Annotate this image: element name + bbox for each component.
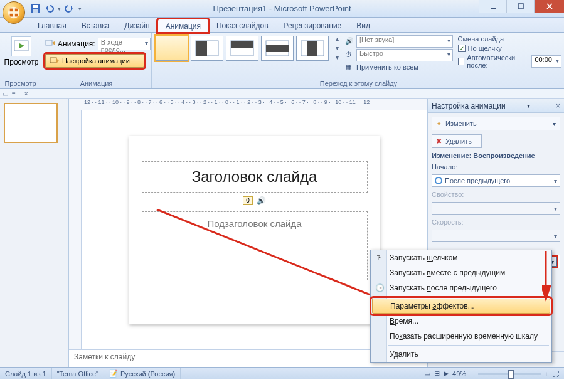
transition-2[interactable] [226,36,258,61]
slide: Заголовок слайда 0 🔊 Подзаголовок слайда [129,136,380,324]
tab-animation[interactable]: Анимация [157,19,209,33]
view-subbar: ▭ ≡ × [0,89,564,99]
transition-gallery[interactable]: ▴▾▾ [156,35,343,61]
tab-home[interactable]: Главная [30,19,74,32]
svg-rect-24 [307,41,317,56]
gallery-scroll[interactable]: ▴▾▾ [331,35,343,61]
taskpane-header: Настройка анимации ▾ × [428,99,564,113]
speed-dropdown[interactable]: Быстро [356,49,453,61]
tab-slideshow[interactable]: Показ слайдов [209,19,276,32]
clock-icon [435,177,442,184]
svg-rect-9 [518,4,523,9]
zoom-in-icon[interactable]: + [545,370,548,378]
cm-start-with-previous[interactable]: Запускать вместе с предыдущим [371,265,551,280]
view-slideshow-icon[interactable]: ▶ [444,369,449,378]
office-button[interactable] [3,1,25,24]
apply-all-label: Применить ко всем [356,63,418,71]
statusbar: Слайд 1 из 1 "Tema Office" 📝 Русский (Ро… [0,367,564,379]
tab-insert[interactable]: Вставка [74,19,117,32]
slides-tab-icon[interactable]: ▭ [3,90,8,97]
tab-review[interactable]: Рецензирование [276,19,349,32]
status-lang-text: Русский (Россия) [120,370,175,378]
svg-rect-2 [15,9,18,12]
save-icon[interactable] [30,4,40,14]
sound-dropdown[interactable]: [Нет звука] [356,35,453,48]
tab-design[interactable]: Дизайн [117,19,157,32]
preview-button[interactable]: Просмотр [4,35,39,68]
zoom-out-icon[interactable]: − [470,370,474,378]
qat-dropdown-icon[interactable]: ▾ [78,6,82,12]
advance-on-click[interactable]: ✓ По щелчку [458,45,561,52]
apply-all-button[interactable]: ▦ Применить ко всем [345,63,453,72]
redo-icon[interactable] [65,4,75,14]
group-preview: Просмотр Просмотр [0,33,41,88]
cm-effect-options[interactable]: Параметры эффектов... [372,299,550,314]
cm-start-after-previous[interactable]: 🕒 Запускать после предыдущего [371,280,551,295]
transition-1[interactable] [191,36,223,61]
quick-access-toolbar: ▾ ▾ [30,4,82,14]
start-field[interactable]: После предыдущего [432,174,560,187]
status-lang[interactable]: 📝 Русский (Россия) [104,368,181,379]
group-transition: ▴▾▾ 🔊 [Нет звука] ⏱ Быстро ▦ Применить к… [152,33,564,88]
advance-title: Смена слайда [458,35,561,43]
speed-field [432,230,560,242]
change-label: Изменить [445,120,477,127]
group-animation: Анимация: В ходе после... Настройка аним… [41,33,152,88]
group-transition-label: Переход к этому слайду [156,78,561,88]
auto-after-label: Автоматически после: [467,54,529,69]
title-text: Заголовок слайда [149,168,361,186]
advance-auto[interactable]: Автоматически после: 00:00 [458,54,561,69]
start-label: Начало: [432,163,560,171]
custom-animation-label: Настройка анимации [62,57,130,65]
transition-3[interactable] [261,36,294,61]
horizontal-ruler: 12 · · 11 · · 10 · · 9 · · 8 · · 7 · · 6… [69,99,427,110]
cm-timing[interactable]: Время... [371,314,551,329]
change-effect-button[interactable]: ✦ Изменить ▾ [432,117,560,130]
undo-icon[interactable] [44,4,54,14]
undo-dropdown-icon[interactable]: ▾ [58,6,61,12]
outline-tab-icon[interactable]: ≡ [12,90,16,97]
transition-4[interactable] [296,36,329,61]
sound-icon: 🔊 [345,37,354,46]
view-normal-icon[interactable]: ▭ [424,369,430,378]
svg-rect-20 [231,41,253,48]
group-preview-label: Просмотр [4,78,37,88]
slide-thumb-1[interactable] [4,103,58,143]
cm-start-on-click[interactable]: 🖱 Запускать щелчком [371,250,551,265]
auto-time-field[interactable]: 00:00 [531,55,561,68]
context-menu: 🖱 Запускать щелчком Запускать вместе с п… [370,250,552,363]
ribbon-tabs: Главная Вставка Дизайн Анимация Показ сл… [0,18,564,33]
lang-icon: 📝 [109,369,118,378]
minimize-button[interactable] [479,0,506,13]
animate-label: Анимация: [58,40,95,48]
zoom-value[interactable]: 49% [452,370,466,378]
animate-dropdown[interactable]: В ходе после... [98,38,151,50]
view-sorter-icon[interactable]: ⊞ [434,369,440,378]
property-label: Свойство: [432,191,560,198]
cm-delete[interactable]: Удалить [371,347,551,362]
svg-rect-15 [50,58,56,63]
taskpane-menu-icon[interactable]: ▾ [527,102,530,109]
close-button[interactable] [534,0,564,13]
window-controls [479,0,564,17]
zoom-slider[interactable] [478,373,541,375]
maximize-button[interactable] [506,0,534,13]
clock-icon: 🕒 [375,283,385,293]
taskpane-title: Настройка анимации [432,102,506,110]
subtitle-placeholder[interactable]: Подзаголовок слайда [142,211,368,280]
taskpane-close-icon[interactable]: × [556,102,560,110]
mouse-icon: 🖱 [375,253,385,263]
tab-view[interactable]: Вид [349,19,378,32]
apply-all-icon: ▦ [345,63,354,72]
custom-animation-button[interactable]: Настройка анимации [45,54,144,68]
preview-label: Просмотр [4,58,39,66]
cm-show-timeline[interactable]: Показать расширенную временную шкалу [371,329,551,344]
fit-window-icon[interactable]: ⛶ [552,370,559,378]
delete-effect-button[interactable]: ✖ Удалить [432,134,482,148]
transition-none[interactable] [156,36,188,61]
vertical-ruler [69,110,82,349]
anim-order-badge[interactable]: 0 [243,196,253,205]
sound-object-icon[interactable]: 🔊 [257,196,266,205]
group-animation-label: Анимация [45,78,147,88]
title-placeholder[interactable]: Заголовок слайда [142,161,368,193]
